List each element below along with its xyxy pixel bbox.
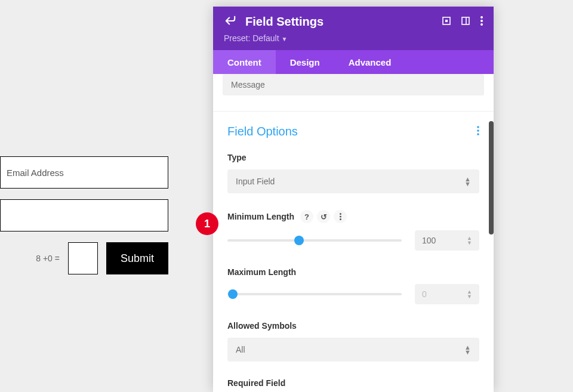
panel-title: Field Settings — [245, 15, 324, 29]
email-placeholder: Email Address — [7, 168, 64, 178]
type-option: Type Input Field ▲▼ — [227, 153, 479, 193]
tabs: Content Design Advanced — [213, 50, 494, 74]
tab-content[interactable]: Content — [213, 50, 276, 74]
tab-advanced[interactable]: Advanced — [334, 50, 406, 74]
option-menu-icon[interactable] — [334, 210, 347, 223]
section-title: Field Options — [227, 125, 298, 138]
stepper-icon[interactable]: ▲▼ — [467, 236, 472, 245]
svg-rect-2 — [462, 17, 469, 24]
submit-button[interactable]: Submit — [106, 242, 168, 274]
layout-icon[interactable] — [461, 17, 470, 27]
svg-point-10 — [340, 213, 341, 215]
select-chevrons-icon: ▲▼ — [464, 345, 471, 354]
svg-point-9 — [477, 133, 479, 135]
svg-point-5 — [480, 20, 483, 22]
stepper-icon[interactable]: ▲▼ — [467, 289, 472, 299]
settings-panel: Field Settings Preset: Default▼ Content … — [213, 7, 494, 392]
max-length-option: Maximum Length 0 ▲▼ — [227, 267, 479, 304]
expand-icon[interactable] — [442, 17, 451, 27]
back-icon[interactable] — [224, 16, 237, 29]
svg-point-7 — [477, 126, 479, 128]
svg-point-8 — [477, 129, 479, 132]
field-options-section: Field Options Type Input Field ▲▼ Minimu… — [213, 112, 494, 392]
svg-point-12 — [340, 218, 341, 220]
scrollbar[interactable] — [489, 121, 494, 234]
captcha-input[interactable] — [68, 242, 98, 274]
svg-rect-1 — [445, 20, 448, 22]
max-length-slider-thumb[interactable] — [228, 289, 238, 299]
email-field-preview[interactable]: Email Address — [0, 156, 168, 189]
svg-point-6 — [480, 23, 483, 26]
min-length-option: Minimum Length ? ↺ 100 ▲▼ — [227, 210, 479, 251]
panel-header: Field Settings Preset: Default▼ — [213, 7, 494, 50]
max-length-label: Maximum Length — [227, 267, 479, 277]
required-field-option: Required Field YES — [227, 378, 479, 392]
allowed-symbols-option: Allowed Symbols All ▲▼ — [227, 321, 479, 362]
allowed-symbols-select[interactable]: All ▲▼ — [227, 338, 479, 362]
panel-body: Message Field Options Type Input Field ▲… — [213, 74, 494, 392]
required-field-label: Required Field — [227, 378, 479, 388]
captcha-equation: 8 +0 = — [36, 254, 60, 263]
min-length-slider-thumb[interactable] — [294, 236, 304, 245]
preset-dropdown[interactable]: Preset: Default▼ — [224, 33, 483, 43]
menu-dots-icon[interactable] — [480, 16, 483, 28]
min-length-label: Minimum Length — [227, 212, 294, 221]
tab-design[interactable]: Design — [276, 50, 334, 74]
type-select[interactable]: Input Field ▲▼ — [227, 169, 479, 193]
form-preview: Email Address 8 +0 = Submit — [0, 156, 168, 274]
min-length-slider[interactable] — [227, 239, 402, 242]
min-length-input[interactable]: 100 ▲▼ — [415, 230, 479, 251]
help-icon[interactable]: ? — [300, 210, 313, 223]
select-chevrons-icon: ▲▼ — [464, 177, 471, 186]
section-menu-icon[interactable] — [477, 126, 479, 138]
svg-point-11 — [340, 216, 341, 218]
captcha-row: 8 +0 = Submit — [0, 242, 168, 274]
blank-field-preview[interactable] — [0, 199, 168, 232]
max-length-slider[interactable] — [227, 293, 402, 295]
type-label: Type — [227, 153, 479, 162]
reset-icon[interactable]: ↺ — [317, 210, 330, 223]
svg-point-4 — [480, 16, 483, 18]
message-field-label[interactable]: Message — [223, 74, 484, 95]
max-length-input[interactable]: 0 ▲▼ — [415, 284, 479, 304]
step-badge-1: 1 — [196, 212, 218, 235]
allowed-symbols-label: Allowed Symbols — [227, 321, 479, 331]
